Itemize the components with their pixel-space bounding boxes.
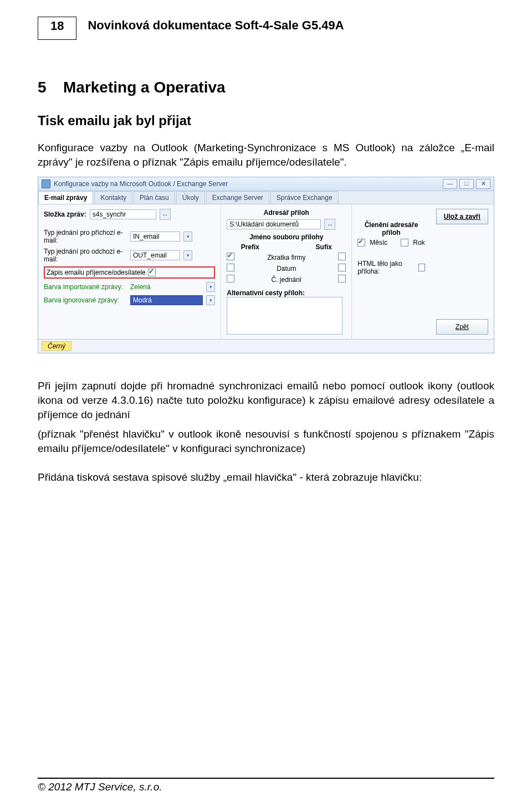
jmeno-souboru-header: Jméno souboru přílohy <box>227 233 346 241</box>
prefix-cjednani-checkbox[interactable] <box>227 275 234 282</box>
paragraph-2: Při jejím zapnutí dojde při hromadné syn… <box>38 379 494 422</box>
rok-label: Rok <box>413 239 424 246</box>
mesic-label: Měsíc <box>370 239 387 246</box>
right-button-column: Ulož a zavři Zpět <box>431 204 494 339</box>
barva-ign-dropdown-icon[interactable]: ▾ <box>206 295 215 305</box>
prefix-datum-checkbox[interactable] <box>227 264 234 271</box>
barva-imp-dropdown-icon[interactable]: ▾ <box>206 282 215 292</box>
zapis-label: Zápis emailu příjemce/odesílatele <box>47 269 146 276</box>
alt-cesty-list[interactable] <box>227 297 342 335</box>
col-sufix-label: Sufix <box>316 243 332 251</box>
tab-plan-casu[interactable]: Plán času <box>134 191 175 204</box>
barva-ign-label: Barva ignorované zprávy: <box>44 296 127 304</box>
zapis-checkbox[interactable] <box>148 269 156 276</box>
barva-imp-label: Barva importované zprávy: <box>44 283 127 291</box>
alt-cesty-label: Alternativní cesty příloh: <box>227 289 305 297</box>
tab-ukoly[interactable]: Úkoly <box>176 191 205 204</box>
sufix-cjednani-checkbox[interactable] <box>338 275 346 282</box>
window-minimize-button[interactable]: — <box>443 179 457 189</box>
doc-title: Novinková dokumentace Soft-4-Sale G5.49A <box>88 17 344 33</box>
window-title: Konfigurace vazby na Microsoft Outlook /… <box>54 180 443 188</box>
folder-browse-button[interactable]: ... <box>160 209 171 220</box>
sufix-datum-checkbox[interactable] <box>338 264 346 271</box>
paragraph-intro: Konfigurace vazby na Outlook (Marketing-… <box>38 141 494 169</box>
section-number: 5 <box>38 79 63 96</box>
typ-in-label: Typ jednání pro příchozí e-mail: <box>44 229 127 244</box>
config-window: Konfigurace vazby na Microsoft Outlook /… <box>38 177 494 353</box>
section-title: Marketing a Operativa <box>63 79 226 96</box>
subsection-heading: Tisk emailu jak byl přijat <box>38 113 494 129</box>
barva-imp-value: Zelená <box>130 283 203 291</box>
left-column: Složka zpráv: ... Typ jednání pro přícho… <box>38 204 221 339</box>
tab-exchange-server[interactable]: Exchange Server <box>206 191 269 204</box>
adresar-path-input[interactable] <box>227 219 321 229</box>
tab-spravce-exchange[interactable]: Správce Exchange <box>270 191 339 204</box>
section-heading: 5Marketing a Operativa <box>38 79 494 96</box>
folder-label: Složka zpráv: <box>44 210 86 218</box>
window-titlebar: Konfigurace vazby na Microsoft Outlook /… <box>38 177 494 191</box>
tab-kontakty[interactable]: Kontakty <box>94 191 132 204</box>
typ-in-input[interactable] <box>130 232 180 241</box>
window-maximize-button[interactable]: □ <box>459 179 474 189</box>
rok-checkbox[interactable] <box>401 239 408 246</box>
cleneni-header: Členění adresáře příloh <box>357 221 424 237</box>
sufix-zkratka-checkbox[interactable] <box>338 253 346 260</box>
html-checkbox[interactable] <box>418 264 425 271</box>
typ-out-input[interactable] <box>130 250 180 260</box>
html-label: HTML tělo jako příloha: <box>357 260 414 275</box>
folder-input[interactable] <box>90 209 156 219</box>
typ-out-dropdown-icon[interactable]: ▾ <box>183 250 192 260</box>
prefix-zkratka-checkbox[interactable] <box>227 253 234 260</box>
barva-ign-value: Modrá <box>130 295 203 305</box>
middle-column: Adresář příloh ... Jméno souboru přílohy… <box>221 204 352 339</box>
back-button[interactable]: Zpět <box>436 319 488 335</box>
zapis-highlight: Zápis emailu příjemce/odesílatele <box>44 266 215 279</box>
adresar-header: Adresář příloh <box>227 209 346 217</box>
row-cjednani-label: Č. jednání <box>238 276 335 284</box>
tab-email-zpravy[interactable]: E-mail zprávy <box>38 191 93 204</box>
save-close-button[interactable]: Ulož a zavři <box>436 209 488 224</box>
paragraph-3: (příznak "přenést hlavičku" v outlook ik… <box>38 427 494 455</box>
window-footer: Černý <box>38 339 494 353</box>
col-prefix-label: Prefix <box>241 243 259 251</box>
adresar-browse-button[interactable]: ... <box>324 219 335 230</box>
tab-bar: E-mail zprávy Kontakty Plán času Úkoly E… <box>38 191 494 204</box>
row-zkratka-label: Zkratka firmy <box>238 254 335 261</box>
row-datum-label: Datum <box>238 265 335 273</box>
right-column: Členění adresáře příloh Měsíc Rok HTML t… <box>352 204 430 339</box>
typ-in-dropdown-icon[interactable]: ▾ <box>183 232 192 241</box>
paragraph-4: Přidána tisková sestava spisové služby „… <box>38 470 494 485</box>
color-chip-cerny[interactable]: Černý <box>42 341 71 351</box>
app-icon <box>42 179 50 188</box>
page-number: 18 <box>38 17 76 40</box>
window-close-button[interactable]: ✕ <box>476 179 490 189</box>
typ-out-label: Typ jednání pro odchozí e-mail: <box>44 248 127 263</box>
mesic-checkbox[interactable] <box>357 239 365 246</box>
page-footer: © 2012 MTJ Service, s.r.o. <box>38 778 494 793</box>
